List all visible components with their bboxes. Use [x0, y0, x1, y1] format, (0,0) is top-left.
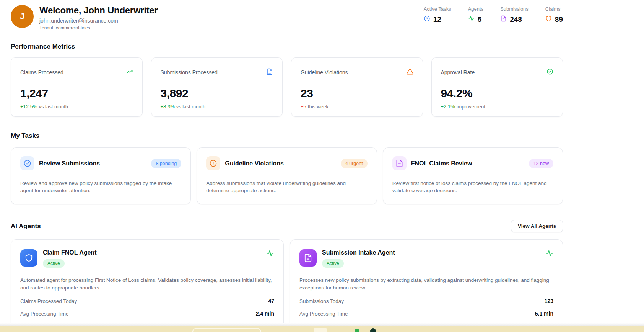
- agent-stat-row: Claims Processed Today 47: [20, 298, 274, 304]
- task-badge: 4 urgent: [341, 159, 368, 168]
- metric-label: Claims Processed: [20, 69, 63, 75]
- agent-cards-row: Claim FNOL Agent Active Automated agent …: [11, 239, 563, 332]
- shield-icon: [20, 249, 37, 267]
- agent-stat-row: Avg Processing Time 2.4 min: [20, 311, 274, 317]
- activity-icon: [546, 249, 553, 258]
- task-description: Address submissions that violate underwr…: [206, 180, 367, 195]
- window-edge-divider: [0, 323, 644, 326]
- metric-value: 3,892: [161, 87, 273, 100]
- performance-metrics-heading: Performance Metrics: [11, 43, 563, 51]
- task-title: FNOL Claims Review: [411, 160, 472, 167]
- metric-value: 23: [301, 87, 413, 100]
- file-text-icon: [299, 249, 317, 267]
- background-rect-shape: [314, 328, 327, 332]
- user-tenant: Tenant: commercial-lines: [39, 25, 158, 31]
- clock-icon: [424, 15, 430, 24]
- stat-value: 89: [555, 15, 563, 24]
- activity-icon: [267, 249, 274, 258]
- stat-value: 12: [433, 15, 441, 24]
- view-all-agents-button[interactable]: View All Agents: [511, 220, 563, 232]
- avatar[interactable]: J: [11, 5, 34, 28]
- metric-card-claims-processed: Claims Processed 1,247 +12.5%vs last mon…: [11, 57, 143, 117]
- header: J Welcome, John Underwriter john.underwr…: [11, 0, 563, 31]
- header-stat-claims: Claims 89: [545, 6, 563, 24]
- alert-triangle-icon: [407, 68, 413, 77]
- agent-stat-row: Avg Processing Time 5.1 min: [299, 311, 553, 317]
- header-stat-agents: Agents 5: [468, 6, 483, 24]
- metric-delta: +2.1%improvement: [441, 104, 554, 110]
- header-stat-active-tasks: Active Tasks 12: [424, 6, 451, 24]
- avatar-initial: J: [20, 11, 24, 21]
- task-badge: 12 new: [529, 159, 553, 168]
- task-card-fnol-claims-review[interactable]: FNOL Claims Review 12 new Review first n…: [383, 147, 563, 204]
- bottom-window-edge: [0, 323, 644, 332]
- dark-dot: [370, 328, 376, 332]
- metric-card-guideline-violations: Guideline Violations 23 +5this week: [291, 57, 423, 117]
- user-info: Welcome, John Underwriter john.underwrit…: [39, 5, 158, 31]
- task-cards-row: Review Submissions 8 pending Review and …: [11, 147, 563, 204]
- task-description: Review first notice of loss claims proce…: [392, 180, 553, 195]
- trending-up-icon: [126, 68, 133, 77]
- agent-status-badge: Active: [43, 259, 65, 268]
- agent-description: Processes new policy submissions by extr…: [299, 276, 553, 291]
- background-bar: [0, 326, 644, 332]
- metric-card-submissions-processed: Submissions Processed 3,892 +8.3%vs last…: [151, 57, 283, 117]
- alert-circle-icon: [206, 156, 220, 170]
- task-badge: 8 pending: [151, 159, 181, 168]
- stat-value: 5: [478, 15, 482, 24]
- agent-stat-row: Submissions Today 123: [299, 298, 553, 304]
- agent-title: Claim FNOL Agent: [43, 249, 96, 256]
- my-tasks-heading: My Tasks: [11, 132, 563, 140]
- check-circle-icon: [546, 68, 553, 77]
- metric-card-approval-rate: Approval Rate 94.2% +2.1%improvement: [431, 57, 563, 117]
- header-stat-submissions: Submissions 248: [500, 6, 529, 24]
- shield-icon: [545, 15, 552, 24]
- task-description: Review and approve new policy submission…: [20, 180, 181, 195]
- task-card-guideline-violations[interactable]: Guideline Violations 4 urgent Address su…: [197, 147, 377, 204]
- task-title: Guideline Violations: [225, 160, 284, 167]
- metric-label: Approval Rate: [441, 69, 475, 75]
- metric-delta: +12.5%vs last month: [20, 104, 133, 110]
- background-pill-shape: [192, 328, 261, 332]
- green-dot: [355, 329, 359, 332]
- task-title: Review Submissions: [39, 160, 100, 167]
- file-text-icon: [392, 156, 407, 170]
- user-email: john.underwriter@insurance.com: [39, 18, 158, 24]
- metric-value: 1,247: [20, 87, 133, 100]
- metric-label: Guideline Violations: [301, 69, 348, 75]
- agent-card-claim-fnol[interactable]: Claim FNOL Agent Active Automated agent …: [11, 239, 284, 332]
- metric-value: 94.2%: [441, 87, 554, 100]
- metric-delta: +8.3%vs last month: [161, 104, 273, 110]
- agent-description: Automated agent for processing First Not…: [20, 276, 274, 291]
- ai-agents-header: AI Agents View All Agents: [11, 220, 563, 232]
- task-card-review-submissions[interactable]: Review Submissions 8 pending Review and …: [11, 147, 191, 204]
- header-stats: Active Tasks 12 Agents 5 Submissions 248: [424, 5, 563, 24]
- stat-value: 248: [510, 15, 522, 24]
- page-title: Welcome, John Underwriter: [39, 5, 158, 16]
- agent-status-badge: Active: [322, 259, 344, 268]
- circle-check-icon: [20, 156, 34, 170]
- dashboard-page: J Welcome, John Underwriter john.underwr…: [0, 0, 563, 332]
- metric-delta: +5this week: [301, 104, 413, 110]
- file-icon: [500, 15, 507, 24]
- metric-label: Submissions Processed: [161, 69, 218, 75]
- metric-cards-row: Claims Processed 1,247 +12.5%vs last mon…: [11, 57, 563, 117]
- file-text-icon: [266, 68, 273, 77]
- activity-icon: [468, 15, 475, 24]
- agent-card-submission-intake[interactable]: Submission Intake Agent Active Processes…: [290, 239, 563, 332]
- agent-title: Submission Intake Agent: [322, 249, 395, 256]
- ai-agents-heading: AI Agents: [11, 222, 41, 230]
